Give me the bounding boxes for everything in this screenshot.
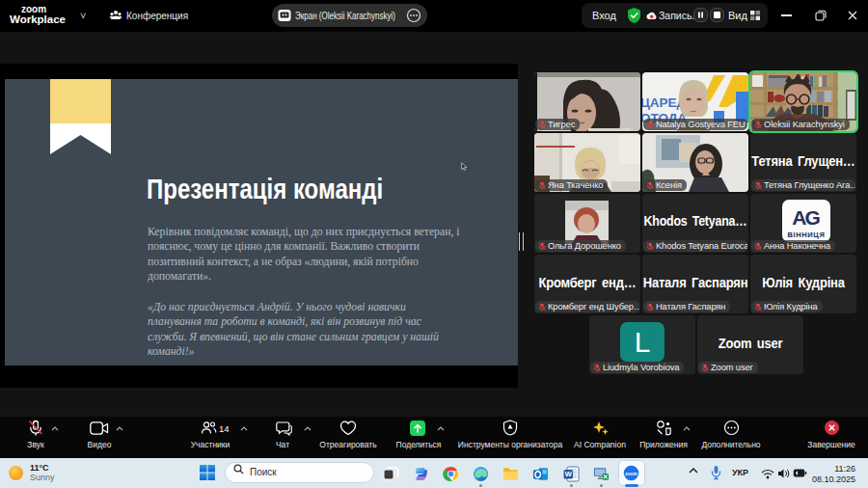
- svg-text:zoom: zoom: [625, 472, 637, 476]
- svg-text:W: W: [565, 470, 573, 478]
- svg-text:L: L: [635, 326, 651, 358]
- svg-text:AG: AG: [792, 206, 821, 229]
- svg-text:ВІННИЦЯ: ВІННИЦЯ: [788, 230, 826, 239]
